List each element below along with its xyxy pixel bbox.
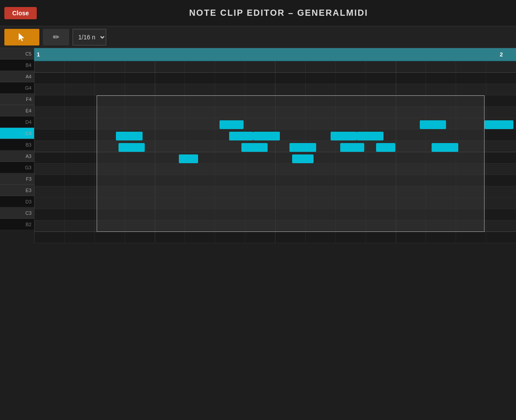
- piano-keyboard[interactable]: C5B4A4G4F4E4D4C4B3A3G3F3E3D3C3B2: [0, 48, 34, 420]
- midi-note[interactable]: [119, 143, 145, 152]
- editor-title: NOTE CLIP EDITOR – GENERALMIDI: [45, 8, 512, 18]
- grid-tick: [215, 84, 215, 95]
- grid-tick: [396, 84, 396, 95]
- midi-note[interactable]: [485, 120, 513, 129]
- midi-note[interactable]: [220, 120, 244, 129]
- grid-tick: [366, 107, 366, 118]
- grid-tick: [94, 107, 95, 118]
- grid-tick: [185, 95, 185, 106]
- select-tool-button[interactable]: [4, 29, 39, 46]
- quantize-select[interactable]: 1/16 n 1/8 n 1/4 n: [73, 29, 106, 46]
- midi-note[interactable]: [376, 143, 395, 152]
- grid-tick: [34, 73, 35, 84]
- note-label-b3: B3: [26, 142, 31, 147]
- grid-tick: [486, 130, 486, 140]
- grid-tick: [64, 73, 65, 84]
- grid-tick: [275, 141, 275, 152]
- grid-tick: [155, 107, 155, 118]
- note-grid-area[interactable]: 1 2: [34, 48, 516, 420]
- piano-key-f3[interactable]: F3: [0, 173, 34, 185]
- piano-key-b3[interactable]: B3: [0, 139, 34, 150]
- grid-tick: [155, 232, 155, 243]
- piano-key-d3[interactable]: D3: [0, 196, 34, 207]
- grid-tick: [486, 95, 486, 106]
- grid-tick: [275, 73, 275, 84]
- grid-tick: [155, 73, 155, 84]
- grid-tick: [305, 220, 306, 231]
- midi-note[interactable]: [179, 154, 198, 163]
- grid-tick: [335, 95, 336, 106]
- grid-tick: [155, 95, 155, 106]
- grid-tick: [335, 61, 336, 72]
- grid-tick: [215, 107, 215, 118]
- grid-tick: [185, 209, 185, 220]
- piano-key-e4[interactable]: E4: [0, 105, 34, 116]
- grid-tick: [335, 175, 336, 186]
- grid-tick: [94, 232, 95, 243]
- grid-row-b3: [34, 152, 516, 164]
- grid-tick: [245, 209, 245, 220]
- midi-note[interactable]: [292, 154, 314, 163]
- grid-tick: [185, 198, 185, 209]
- piano-key-c4[interactable]: C4: [0, 128, 34, 139]
- grid-tick: [486, 164, 486, 175]
- grid-tick: [185, 186, 185, 197]
- piano-key-c5[interactable]: C5: [0, 48, 34, 60]
- grid-tick: [425, 198, 426, 209]
- grid-tick: [425, 130, 426, 140]
- grid-tick: [425, 107, 426, 118]
- grid-tick: [486, 84, 486, 95]
- grid-tick: [185, 164, 185, 175]
- grid-tick: [366, 61, 366, 72]
- piano-key-a4[interactable]: A4: [0, 71, 34, 82]
- grid-tick: [305, 107, 306, 118]
- grid-tick: [64, 118, 65, 129]
- midi-note[interactable]: [289, 143, 316, 152]
- midi-note[interactable]: [357, 132, 384, 140]
- midi-note[interactable]: [420, 120, 446, 129]
- grid-tick: [305, 130, 306, 140]
- grid-tick: [396, 130, 396, 140]
- piano-key-b4[interactable]: B4: [0, 60, 34, 71]
- grid-tick: [486, 175, 486, 186]
- grid-tick: [335, 164, 336, 175]
- grid-tick: [34, 118, 35, 129]
- grid-tick: [34, 164, 35, 175]
- close-button[interactable]: Close: [4, 7, 37, 19]
- grid-tick: [94, 84, 95, 95]
- grid-tick: [456, 107, 456, 118]
- grid-tick: [305, 61, 306, 72]
- pencil-tool-button[interactable]: ✏: [43, 29, 69, 46]
- piano-key-b2[interactable]: B2: [0, 219, 34, 230]
- grid-tick: [64, 84, 65, 95]
- grid-tick: [456, 73, 456, 84]
- grid-tick: [275, 95, 275, 106]
- grid-tick: [396, 232, 396, 243]
- grid-tick: [396, 61, 396, 72]
- midi-note[interactable]: [116, 132, 143, 140]
- grid-row-e3: [34, 198, 516, 209]
- midi-note[interactable]: [340, 143, 364, 152]
- piano-key-a3[interactable]: A3: [0, 150, 34, 162]
- midi-note[interactable]: [229, 132, 253, 140]
- piano-key-f4[interactable]: F4: [0, 94, 34, 105]
- midi-note[interactable]: [253, 132, 280, 140]
- midi-note-grid[interactable]: [34, 61, 516, 243]
- grid-tick: [425, 84, 426, 95]
- pencil-icon: ✏: [53, 32, 59, 42]
- midi-note[interactable]: [331, 132, 357, 140]
- piano-key-g3[interactable]: G3: [0, 162, 34, 173]
- grid-tick: [305, 186, 306, 197]
- grid-tick: [335, 107, 336, 118]
- grid-tick: [305, 232, 306, 243]
- grid-tick: [275, 107, 275, 118]
- piano-key-g4[interactable]: G4: [0, 82, 34, 94]
- midi-note[interactable]: [241, 143, 268, 152]
- grid-tick: [456, 220, 456, 231]
- note-label-e4: E4: [26, 108, 31, 113]
- midi-note[interactable]: [432, 143, 458, 152]
- piano-key-d4[interactable]: D4: [0, 116, 34, 128]
- grid-tick: [456, 61, 456, 72]
- piano-key-e3[interactable]: E3: [0, 185, 34, 196]
- piano-key-c3[interactable]: C3: [0, 207, 34, 219]
